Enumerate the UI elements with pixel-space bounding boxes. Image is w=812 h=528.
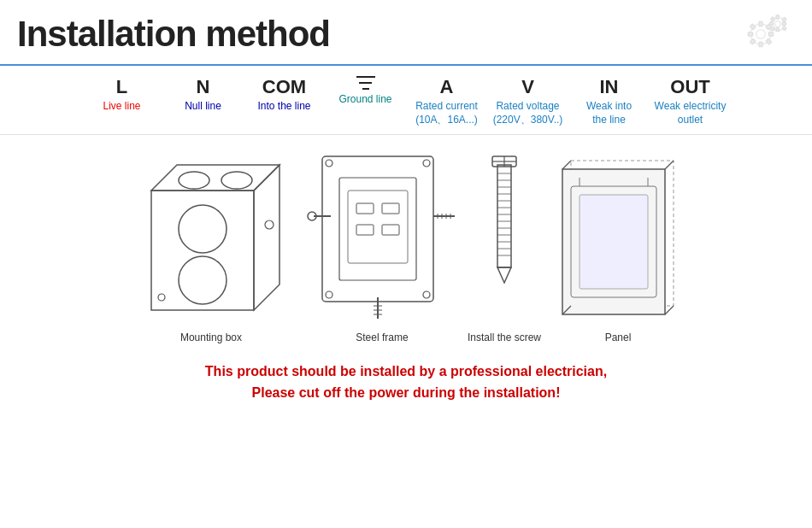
mounting-box-col: Mounting box	[126, 139, 297, 343]
gear-icon	[727, 9, 795, 60]
svg-rect-12	[776, 15, 779, 19]
svg-rect-7	[766, 38, 772, 44]
svg-rect-19	[782, 17, 786, 21]
svg-rect-5	[768, 32, 773, 36]
svg-marker-20	[151, 191, 254, 310]
svg-rect-15	[782, 22, 786, 25]
svg-point-27	[265, 220, 274, 229]
legend-V: V Rated voltage(220V、380V..)	[487, 76, 568, 127]
legend-label-IN: Weak intothe line	[586, 100, 632, 126]
svg-point-11	[775, 21, 781, 27]
svg-point-26	[179, 256, 227, 304]
svg-point-1	[756, 30, 766, 39]
svg-rect-34	[356, 225, 374, 235]
screw-col: Install the screw	[468, 139, 541, 343]
svg-rect-33	[382, 203, 399, 214]
legend-label-N: Null line	[185, 100, 221, 114]
svg-line-75	[665, 306, 674, 314]
legend-label-A: Rated current(10A、16A...)	[415, 100, 478, 126]
legend-OUT: OUT Weak electricityoutlet	[650, 76, 731, 127]
legend-label-ground: Ground line	[338, 93, 391, 107]
svg-marker-65	[497, 267, 511, 283]
svg-point-23	[179, 172, 209, 189]
svg-rect-35	[382, 225, 399, 235]
screw-svg	[479, 139, 530, 327]
svg-point-47	[326, 160, 332, 167]
svg-point-25	[179, 205, 227, 253]
footer-line1: This product should be installed by a pr…	[4, 361, 808, 383]
legend-L: L Live line	[81, 76, 162, 114]
legend-COM: COM Into the line	[244, 76, 325, 114]
svg-point-50	[423, 291, 430, 298]
svg-rect-2	[759, 21, 762, 26]
footer-line2: Please cut off the power during the inst…	[4, 382, 808, 404]
svg-point-24	[221, 172, 252, 189]
legend-row: L Live line N Null line COM Into the lin…	[0, 66, 812, 135]
svg-line-74	[665, 161, 674, 169]
panel-label: Panel	[605, 331, 632, 343]
svg-marker-21	[151, 165, 279, 191]
svg-rect-32	[356, 203, 374, 214]
svg-rect-14	[770, 22, 774, 25]
screw-label: Install the screw	[468, 331, 541, 343]
diagram-row: Mounting box	[0, 139, 812, 343]
legend-symbol-N: N	[197, 76, 210, 98]
legend-IN: IN Weak intothe line	[568, 76, 650, 127]
legend-symbol-A: A	[440, 76, 454, 98]
legend-label-OUT: Weak electricityoutlet	[655, 100, 727, 126]
svg-line-73	[562, 161, 571, 169]
panel-svg	[550, 139, 686, 327]
svg-rect-3	[759, 42, 762, 46]
svg-rect-17	[782, 26, 786, 31]
svg-rect-4	[748, 32, 752, 36]
svg-point-48	[423, 160, 430, 167]
legend-symbol-L: L	[116, 76, 127, 98]
svg-rect-6	[750, 24, 756, 30]
legend-symbol-COM: COM	[262, 76, 306, 98]
svg-point-28	[158, 294, 165, 301]
legend-label-V: Rated voltage(220V、380V..)	[493, 100, 563, 126]
legend-ground: Ground line	[325, 76, 406, 107]
legend-label-COM: Into the line	[257, 100, 310, 114]
legend-symbol-V: V	[521, 76, 534, 98]
mounting-box-svg	[126, 139, 297, 327]
svg-rect-13	[776, 28, 779, 32]
svg-point-49	[326, 291, 332, 298]
legend-N: N Null line	[162, 76, 244, 114]
page-header: Installation method	[0, 0, 812, 66]
mounting-box-label: Mounting box	[180, 331, 242, 343]
steel-frame-label: Steel frame	[356, 331, 408, 343]
steel-frame-col: Steel frame	[305, 139, 459, 343]
legend-A: A Rated current(10A、16A...)	[406, 76, 487, 127]
svg-marker-22	[254, 165, 279, 310]
steel-frame-svg	[305, 139, 459, 327]
svg-rect-8	[750, 38, 756, 44]
svg-rect-30	[339, 178, 416, 280]
legend-symbol-OUT: OUT	[670, 76, 709, 98]
ground-symbol	[356, 76, 375, 90]
legend-symbol-IN: IN	[600, 76, 619, 98]
svg-rect-72	[580, 195, 648, 289]
legend-label-L: Live line	[103, 100, 140, 114]
footer-warning: This product should be installed by a pr…	[0, 356, 812, 408]
page-title: Installation method	[17, 14, 330, 55]
panel-col: Panel	[550, 139, 686, 343]
